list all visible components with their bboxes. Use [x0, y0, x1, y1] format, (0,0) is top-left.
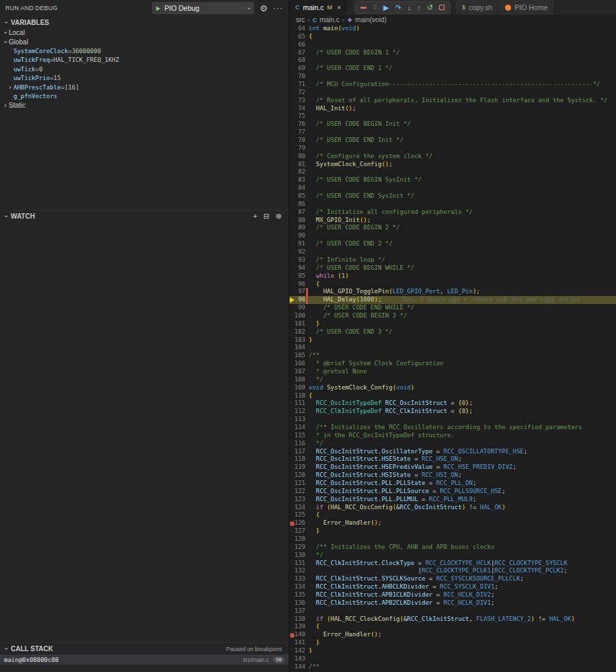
- toolbar-gripper-icon[interactable]: ⠿: [373, 4, 377, 11]
- code-line[interactable]: 143: [289, 655, 616, 663]
- variable-row[interactable]: g_pfnVectors: [0, 92, 288, 102]
- variable-row[interactable]: uwTick = 0: [0, 65, 288, 74]
- code-line[interactable]: 135 RCC_ClkInitStruct.APB1CLKDivider = R…: [289, 591, 616, 599]
- code-line[interactable]: 81 SystemClock_Config();: [289, 161, 616, 169]
- code-line[interactable]: 115 * in the RCC_OscInitTypeDef structur…: [289, 432, 616, 440]
- code-line[interactable]: 79: [289, 145, 616, 153]
- code-line[interactable]: 89 /* USER CODE BEGIN 2 */: [289, 224, 616, 232]
- debug-config-dropdown[interactable]: ▶ PIO Debug ›: [152, 2, 254, 14]
- code-line[interactable]: 74 HAL_Init();: [289, 105, 616, 113]
- code-line[interactable]: 119 RCC_OscInitStruct.HSEPredivValue = R…: [289, 463, 616, 472]
- continue-button[interactable]: ▶: [383, 4, 389, 11]
- code-line[interactable]: 100 /* USER CODE BEGIN 3 */: [289, 312, 616, 320]
- breakpoint-icon[interactable]: [290, 521, 295, 526]
- close-icon[interactable]: ×: [337, 3, 341, 11]
- code-line[interactable]: 116 */: [289, 440, 616, 448]
- code-line[interactable]: 72: [289, 89, 616, 97]
- variable-row[interactable]: uwTickPrio = 15: [0, 74, 288, 83]
- code-line[interactable]: 125 {: [289, 511, 616, 519]
- variable-row[interactable]: uwTickFreq = HAL_TICK_FREQ_1KHZ: [0, 56, 288, 65]
- code-line[interactable]: 91 /* USER CODE END 2 */: [289, 240, 616, 248]
- code-line[interactable]: 90: [289, 232, 616, 240]
- code-line[interactable]: 111 RCC_OscInitTypeDef RCC_OscInitStruct…: [289, 400, 616, 408]
- stop-button[interactable]: [439, 5, 445, 10]
- code-line[interactable]: 104: [289, 344, 616, 352]
- breakpoint-icon[interactable]: [290, 633, 295, 638]
- code-line[interactable]: 142}: [289, 647, 616, 655]
- code-line[interactable]: 68: [289, 57, 616, 65]
- code-line[interactable]: 114 /** Initializes the RCC Oscillators …: [289, 424, 616, 432]
- code-line[interactable]: 84: [289, 184, 616, 192]
- code-line[interactable]: 112 RCC_ClkInitTypeDef RCC_ClkInitStruct…: [289, 408, 616, 416]
- step-into-button[interactable]: ↓: [408, 4, 412, 11]
- code-line[interactable]: 80 /* Configure the system clock */: [289, 153, 616, 161]
- code-line[interactable]: 124 if (HAL_RCC_OscConfig(&RCC_OscInitSt…: [289, 504, 616, 512]
- code-line[interactable]: 126 Error_Handler();: [289, 519, 616, 527]
- code-line[interactable]: 83 /* USER CODE BEGIN SysInit */: [289, 176, 616, 184]
- callstack-frame[interactable]: main@0x08000c08src/main.c98: [0, 655, 288, 665]
- code-line[interactable]: 78 /* USER CODE END Init */: [289, 137, 616, 145]
- variables-scope-global[interactable]: ›Global: [0, 38, 288, 47]
- code-line[interactable]: 121 RCC_OscInitStruct.PLL.PLLState = RCC…: [289, 480, 616, 488]
- code-line[interactable]: 87 /* Initialize all configured peripher…: [289, 209, 616, 217]
- variable-row[interactable]: SystemCoreClock = 36000000: [0, 46, 288, 56]
- code-line[interactable]: 98 HAL_Delay(1000);You, 2 hours ago • re…: [289, 296, 616, 304]
- code-line[interactable]: 97 HAL_GPIO_TogglePin(LED_GPIO_Port, LED…: [289, 288, 616, 296]
- code-line[interactable]: 96 {: [289, 281, 616, 289]
- variables-section-header[interactable]: › VARIABLES: [0, 16, 288, 28]
- code-line[interactable]: 110{: [289, 392, 616, 400]
- code-line[interactable]: 140 Error_Handler();: [289, 631, 616, 639]
- remove-all-expressions-icon[interactable]: ⊗: [276, 212, 282, 221]
- code-line[interactable]: 94 /* USER CODE BEGIN WHILE */: [289, 264, 616, 272]
- collapse-all-icon[interactable]: ⊟: [264, 212, 270, 221]
- code-line[interactable]: 65{: [289, 33, 616, 41]
- code-line[interactable]: 127 }: [289, 527, 616, 535]
- code-line[interactable]: 132 |RCC_CLOCKTYPE_PCLK1|RCC_CLOCKTYPE_P…: [289, 567, 616, 575]
- code-line[interactable]: 88 MX_GPIO_Init();: [289, 217, 616, 225]
- code-line[interactable]: 99 /* USER CODE END WHILE */: [289, 304, 616, 312]
- code-line[interactable]: 93 /* Infinite loop */: [289, 256, 616, 264]
- code-line[interactable]: 70: [289, 73, 616, 81]
- code-line[interactable]: 109void SystemClock_Config(void): [289, 384, 616, 392]
- code-line[interactable]: 66: [289, 41, 616, 49]
- variables-scope-local[interactable]: ›Local: [0, 28, 288, 38]
- code-line[interactable]: 103}: [289, 336, 616, 344]
- code-line[interactable]: 118 RCC_OscInitStruct.HSEState = RCC_HSE…: [289, 455, 616, 463]
- code-line[interactable]: 131 RCC_ClkInitStruct.ClockType = RCC_CL…: [289, 560, 616, 568]
- code-line[interactable]: 69 /* USER CODE END 1 */: [289, 65, 616, 73]
- more-actions-icon[interactable]: ···: [273, 3, 283, 13]
- code-line[interactable]: 64int main(void): [289, 25, 616, 33]
- code-line[interactable]: 75: [289, 112, 616, 120]
- step-out-button[interactable]: ↑: [417, 4, 421, 11]
- code-line[interactable]: 139 {: [289, 623, 616, 631]
- step-over-button[interactable]: ↷: [395, 4, 401, 11]
- watch-section-header[interactable]: › WATCH + ⊟ ⊗: [0, 210, 288, 222]
- code-line[interactable]: 82: [289, 168, 616, 176]
- code-line[interactable]: 85 /* USER CODE END SysInit */: [289, 192, 616, 200]
- code-line[interactable]: 130 */: [289, 552, 616, 560]
- code-line[interactable]: 101 }: [289, 320, 616, 328]
- code-line[interactable]: 77: [289, 128, 616, 137]
- code-line[interactable]: 123 RCC_OscInitStruct.PLL.PLLMUL = RCC_P…: [289, 496, 616, 504]
- restart-button[interactable]: ↺: [427, 4, 433, 11]
- code-line[interactable]: 102 /* USER CODE END 3 */: [289, 328, 616, 336]
- code-line[interactable]: 67 /* USER CODE BEGIN 1 */: [289, 49, 616, 57]
- code-line[interactable]: 117 RCC_OscInitStruct.OscillatorType = R…: [289, 448, 616, 456]
- callstack-section-header[interactable]: › CALL STACK Paused on breakpoint: [0, 642, 288, 655]
- code-line[interactable]: 92: [289, 248, 616, 256]
- code-line[interactable]: 86: [289, 200, 616, 209]
- disconnect-icon[interactable]: [360, 7, 367, 9]
- code-line[interactable]: 141 }: [289, 639, 616, 647]
- code-line[interactable]: 120 RCC_OscInitStruct.HSIState = RCC_HSI…: [289, 472, 616, 480]
- code-line[interactable]: 128: [289, 535, 616, 544]
- code-line[interactable]: 73 /* Reset of all peripherals, Initiali…: [289, 97, 616, 105]
- breadcrumb-symbol[interactable]: main(void): [355, 16, 387, 24]
- code-line[interactable]: 138 if (HAL_RCC_ClockConfig(&RCC_ClkInit…: [289, 615, 616, 624]
- code-line[interactable]: 129 /** Initializes the CPU, AHB and APB…: [289, 544, 616, 552]
- add-expression-icon[interactable]: +: [253, 212, 257, 221]
- code-line[interactable]: 108 */: [289, 376, 616, 384]
- code-line[interactable]: 136 RCC_ClkInitStruct.APB2CLKDivider = R…: [289, 599, 616, 607]
- breadcrumb-src[interactable]: src: [296, 16, 305, 24]
- code-line[interactable]: 71 /* MCU Configuration-----------------…: [289, 81, 616, 89]
- variable-row[interactable]: ›AHBPrescTable = [16]: [0, 83, 288, 92]
